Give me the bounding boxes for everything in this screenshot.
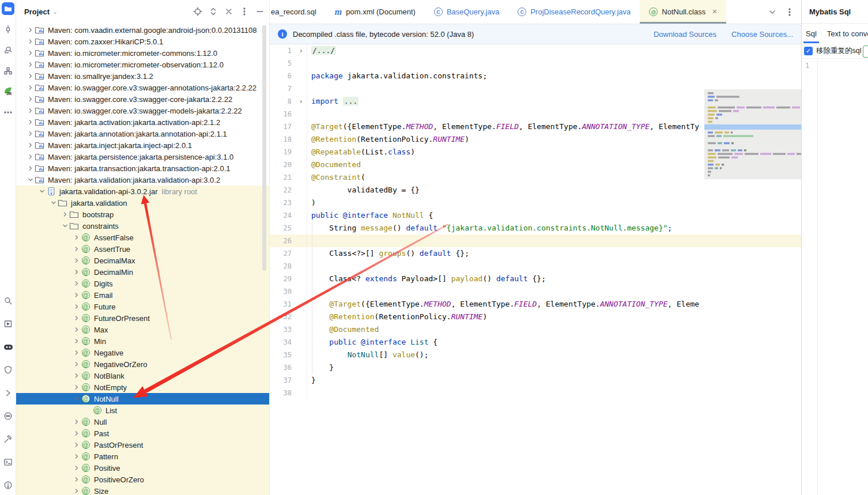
tree-row-email[interactable]: @Email [16,289,270,301]
chevron-collapsed-icon[interactable] [27,72,35,80]
chevron-collapsed-icon[interactable] [73,383,81,391]
tree-row-positiveorzero[interactable]: @PositiveOrZero [16,474,270,485]
more-icon[interactable] [2,106,14,119]
tree-row-constraints[interactable]: constraints [16,220,270,232]
tree-row-negativeorzero[interactable]: @NegativeOrZero [16,358,270,370]
tree-row-maven-jakarta-annotation-jakarta-annotat[interactable]: Maven: jakarta.annotation:jakarta.annota… [16,128,270,139]
hide-icon[interactable] [255,7,265,16]
tree-row-maven-io-micrometer-micrometer-commons-1[interactable]: Maven: io.micrometer:micrometer-commons:… [16,47,270,59]
tree-row-min[interactable]: @Min [16,335,270,347]
tree-row-null[interactable]: @Null [16,416,270,428]
circle-dots-icon[interactable] [2,410,14,422]
tree-row-maven-io-swagger-core-v3-swagger-annotat[interactable]: Maven: io.swagger.core.v3:swagger-annota… [16,82,270,93]
commit-icon[interactable] [2,23,14,36]
chevron-collapsed-icon[interactable] [73,452,81,460]
chevron-collapsed-icon[interactable] [27,61,35,69]
chevron-expanded-icon[interactable] [27,176,35,184]
tree-row-maven-jakarta-transaction-jakarta-transa[interactable]: Maven: jakarta.transaction:jakarta.trans… [16,163,270,174]
chevron-collapsed-icon[interactable] [27,84,35,92]
chevron-collapsed-icon[interactable] [73,464,81,472]
chevron-collapsed-icon[interactable] [73,314,81,322]
problems-icon[interactable] [2,479,14,492]
chevron-expanded-icon[interactable] [73,395,81,403]
tree-row-list[interactable]: @List [16,405,270,416]
chevron-collapsed-icon[interactable] [73,418,81,426]
tree-row-asserttrue[interactable]: @AssertTrue [16,243,270,255]
tree-row-past[interactable]: @Past [16,428,270,439]
tree-row-jakarta-validation[interactable]: jakarta.validation [16,197,270,209]
tree-row-maven-com-zaxxer-hikaricp-5-0-1[interactable]: Maven: com.zaxxer:HikariCP:5.0.1 [16,36,270,47]
tree-row-maven-jakarta-activation-jakarta-activat[interactable]: Maven: jakarta.activation:jakarta.activa… [16,116,270,128]
chevron-collapsed-icon[interactable] [73,487,81,495]
chevron-collapsed-icon[interactable] [73,245,81,253]
tree-row-maven-io-swagger-core-v3-swagger-core-ja[interactable]: Maven: io.swagger.core.v3:swagger-core-j… [16,93,270,105]
expand-collapse-icon[interactable] [209,7,218,16]
right-panel-tab-sql[interactable]: Sql [805,25,818,43]
tree-row-maven-io-swagger-core-v3-swagger-models-[interactable]: Maven: io.swagger.core.v3:swagger-models… [16,105,270,116]
editor-tab-ea-record-sql[interactable]: ea_record.sql [270,0,326,24]
chevron-collapsed-icon[interactable] [27,130,35,138]
copilot-icon[interactable] [2,341,14,353]
tree-scrollbar[interactable] [262,25,266,271]
chevron-collapsed-icon[interactable] [73,337,81,345]
chevron-collapsed-icon[interactable] [73,441,81,449]
tree-row-future[interactable]: @Future [16,301,270,312]
fold-chevron-icon[interactable]: › [299,95,303,108]
tree-row-futureorpresent[interactable]: @FutureOrPresent [16,312,270,324]
chevron-collapsed-icon[interactable] [27,153,35,161]
chevron-collapsed-icon[interactable] [73,279,81,288]
shield-icon[interactable] [2,364,14,376]
code-editor[interactable]: 1›/.../56package jakarta.validation.cons… [270,44,801,495]
chevron-down-icon[interactable] [768,7,777,17]
chevron-expanded-icon[interactable] [50,199,58,207]
remove-duplicate-sql-checkbox[interactable]: ✓ [804,47,813,55]
fold-chevron-icon[interactable]: › [299,44,303,57]
tree-row-notempty[interactable]: @NotEmpty [16,381,270,393]
jrebel-icon[interactable]: JR [2,85,14,98]
chevron-collapsed-icon[interactable] [73,326,81,334]
chevron-collapsed-icon[interactable] [73,268,81,276]
tree-row-maven-jakarta-persistence-jakarta-persis[interactable]: Maven: jakarta.persistence:jakarta.persi… [16,151,270,163]
chevron-collapsed-icon[interactable] [27,118,35,126]
tree-row-maven-com-vaadin-external-google-android[interactable]: Maven: com.vaadin.external.google:androi… [16,24,270,36]
chevron-collapsed-icon[interactable] [27,141,35,149]
tree-row-pastorpresent[interactable]: @PastOrPresent [16,439,270,451]
hammer-icon[interactable] [2,433,14,445]
tree-row-digits[interactable]: @Digits [16,278,270,289]
close-icon[interactable] [224,7,233,16]
tree-row-pattern[interactable]: @Pattern [16,451,270,462]
chevron-collapsed-icon[interactable] [73,429,81,437]
search-edit-icon[interactable] [2,44,14,56]
banner-link-download-sources[interactable]: Download Sources [654,30,716,39]
clipped-green-button[interactable] [863,46,868,58]
editor-tab-pom-xml-document-[interactable]: mpom.xml (Document) [326,0,425,24]
tree-row-maven-jakarta-inject-jakarta-inject-api-[interactable]: Maven: jakarta.inject:jakarta.inject-api… [16,139,270,151]
chevron-collapsed-icon[interactable] [27,26,35,34]
chevron-collapsed-icon[interactable] [73,475,81,483]
chevron-expanded-icon[interactable] [38,187,46,195]
chevron-collapsed-icon[interactable] [73,360,81,368]
tree-row-maven-jakarta-validation-jakarta-validat[interactable]: Maven: jakarta.validation:jakarta.valida… [16,174,270,186]
project-panel-title[interactable]: Project [24,7,50,16]
banner-link-choose-sources-[interactable]: Choose Sources... [731,30,793,39]
chevron-collapsed-icon[interactable] [27,37,35,46]
chevron-collapsed-icon[interactable] [27,107,35,115]
code-minimap[interactable] [704,89,801,179]
right-panel-tab-text-to-conve[interactable]: Text to conve [826,25,868,43]
chevron-collapsed-icon[interactable] [73,233,81,241]
chevron-collapsed-icon[interactable] [27,95,35,103]
editor-tab-basequery-java[interactable]: CBaseQuery.java [425,0,509,24]
chevron-collapsed-icon[interactable] [61,210,69,218]
chevron-collapsed-icon[interactable] [73,372,81,380]
tree-row-positive[interactable]: @Positive [16,462,270,474]
tree-row-maven-io-smallrye-jandex-3-1-2[interactable]: Maven: io.smallrye:jandex:3.1.2 [16,70,270,82]
more-vertical-icon[interactable] [785,7,794,17]
tree-row-decimalmin[interactable]: @DecimalMin [16,266,270,278]
services-icon[interactable] [2,318,14,330]
editor-tab-projdiseaserecordquery-java[interactable]: CProjDiseaseRecordQuery.java [508,0,640,24]
locate-icon[interactable] [193,7,202,16]
chevron-right-icon[interactable] [2,387,14,399]
chevron-collapsed-icon[interactable] [73,291,81,299]
chevron-collapsed-icon[interactable] [27,49,35,57]
tree-row-size[interactable]: @Size [16,485,270,495]
